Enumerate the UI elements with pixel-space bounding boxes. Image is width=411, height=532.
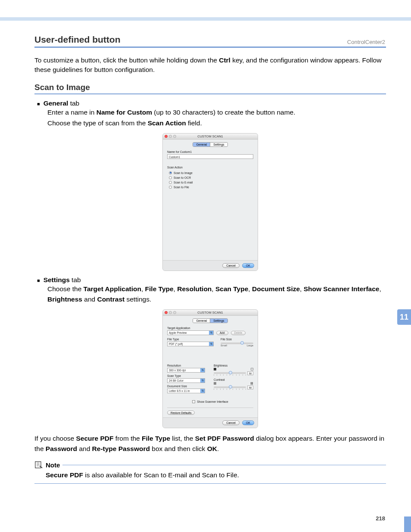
- file-type-bold: File Type: [142, 435, 170, 442]
- chevron-updown-icon: ⇅: [200, 368, 205, 372]
- select-target-application[interactable]: Apple Preview⇅: [167, 330, 214, 335]
- screenshot-general-tab: CUSTOM SCAN1 General Settings Name for C…: [34, 133, 386, 271]
- text: box and then click: [150, 445, 207, 452]
- radio-label: Scan to Image: [174, 171, 193, 174]
- text: list, the: [170, 435, 195, 442]
- text: field.: [186, 119, 202, 127]
- radio-scan-to-email[interactable]: Scan to E-mail: [167, 181, 253, 184]
- file-type-bold: File Type: [145, 285, 174, 292]
- ok-button[interactable]: OK: [242, 420, 254, 425]
- chevron-updown-icon: ⇅: [200, 389, 205, 393]
- checkbox-label: Show Scanner Interface: [197, 400, 228, 403]
- section1-paragraph: To customize a button, click the button …: [34, 56, 386, 75]
- target-application-bold: Target Application: [84, 285, 141, 292]
- dialog-title: CUSTOM SCAN1: [163, 134, 258, 138]
- retype-password-bold: Re-type Password: [92, 445, 150, 452]
- chevron-updown-icon: ⇅: [209, 342, 213, 346]
- scan-action-bold: Scan Action: [148, 119, 186, 127]
- text: If you choose: [34, 435, 76, 442]
- text-large: Large: [247, 344, 253, 347]
- select-document-size[interactable]: Letter 8.5 x 11 in⇅: [167, 389, 205, 393]
- slider-file-size[interactable]: [221, 342, 253, 344]
- text: Choose the: [47, 285, 84, 292]
- value-brightness[interactable]: 50: [247, 371, 253, 375]
- note-label: Note: [46, 461, 60, 469]
- restore-defaults-button[interactable]: Restore Defaults: [167, 411, 195, 415]
- text: To customize a button, click the button …: [34, 56, 219, 64]
- radio-label: Scan to OCR: [174, 176, 191, 179]
- section-heading-scan-to-image: Scan to Image: [34, 83, 386, 94]
- high-contrast-icon: [251, 382, 253, 385]
- slider-brightness[interactable]: [214, 372, 246, 374]
- checkbox-show-scanner-interface[interactable]: Show Scanner Interface: [192, 400, 228, 403]
- ok-button[interactable]: OK: [242, 263, 254, 268]
- note-block: Note Secure PDF is also available for Sc…: [34, 461, 386, 484]
- delete-button[interactable]: Delete: [231, 331, 246, 335]
- select-value: Apple Preview: [169, 330, 187, 335]
- radio-scan-to-file[interactable]: Scan to File: [167, 186, 253, 189]
- label-target-application: Target Application: [167, 327, 253, 330]
- select-value: 300 x 300 dpi: [169, 368, 186, 373]
- select-resolution[interactable]: 300 x 300 dpi⇅: [167, 368, 205, 373]
- screenshot-settings-tab: CUSTOM SCAN1 General Settings Target App…: [34, 309, 386, 428]
- tab-general[interactable]: General: [193, 143, 210, 146]
- light-icon: [251, 368, 253, 370]
- chapter-tab: 11: [397, 309, 411, 325]
- name-for-custom-bold: Name for Custom: [97, 109, 152, 116]
- label-resolution: Resolution: [167, 364, 207, 367]
- label-brightness: Brightness: [214, 364, 253, 367]
- label-document-size: Document Size: [167, 385, 207, 388]
- radio-scan-to-image[interactable]: Scan to Image: [167, 171, 253, 174]
- ctrl-key-bold: Ctrl: [219, 56, 230, 64]
- text: ,: [212, 285, 215, 292]
- show-scanner-interface-bold: Show Scanner Interface: [304, 285, 380, 292]
- text: and: [82, 296, 97, 303]
- radio-label: Scan to File: [174, 186, 189, 189]
- slider-contrast[interactable]: [214, 386, 246, 388]
- select-value: PDF (*.pdf): [169, 342, 183, 346]
- bullet-square-icon: ■: [37, 278, 40, 283]
- dialog-title: CUSTOM SCAN1: [163, 311, 258, 314]
- brightness-bold: Brightness: [47, 296, 82, 303]
- contrast-bold: Contrast: [97, 296, 125, 303]
- bullet-square-icon: ■: [37, 101, 40, 106]
- text: .: [217, 445, 219, 452]
- tab-settings[interactable]: Settings: [210, 143, 227, 146]
- cancel-button[interactable]: Cancel: [222, 420, 240, 425]
- add-button[interactable]: Add: [216, 331, 228, 335]
- set-pdf-password-bold: Set PDF Password: [195, 435, 254, 442]
- note-icon: [34, 461, 43, 469]
- scan-type-bold: Scan Type: [215, 285, 248, 292]
- corner-accent: [404, 516, 411, 532]
- secure-pdf-paragraph: If you choose Secure PDF from the File T…: [34, 433, 386, 454]
- svg-rect-0: [35, 462, 41, 468]
- text: tab: [70, 276, 81, 283]
- page-content: User-defined button To customize a butto…: [34, 34, 386, 484]
- chevron-updown-icon: ⇅: [209, 331, 213, 335]
- text: ,: [248, 285, 252, 292]
- tab-switcher[interactable]: General Settings: [193, 318, 227, 323]
- tab-switcher[interactable]: General Settings: [193, 142, 227, 147]
- resolution-bold: Resolution: [177, 285, 212, 292]
- value-contrast[interactable]: 50: [247, 386, 253, 389]
- text: tab: [68, 100, 79, 107]
- tab-general[interactable]: General: [193, 319, 210, 323]
- select-file-type[interactable]: PDF (*.pdf)⇅: [167, 342, 214, 346]
- page-number: 218: [376, 515, 385, 522]
- text: is also available for Scan to E-mail and…: [83, 471, 239, 479]
- settings-bold: Settings: [44, 276, 70, 283]
- label-contrast: Contrast: [214, 378, 253, 381]
- text: from the: [114, 435, 142, 442]
- text: settings.: [125, 296, 151, 303]
- general-bold: General: [44, 100, 68, 107]
- radio-label: Scan to E-mail: [174, 181, 193, 184]
- select-scan-type[interactable]: 24 Bit Color⇅: [167, 378, 205, 383]
- select-value: Letter 8.5 x 11 in: [169, 389, 190, 393]
- tab-settings[interactable]: Settings: [210, 319, 227, 323]
- input-name-for-custom[interactable]: Custom1: [167, 154, 253, 159]
- cancel-button[interactable]: Cancel: [222, 263, 240, 268]
- password-bold: Password: [46, 445, 77, 452]
- radio-scan-to-ocr[interactable]: Scan to OCR: [167, 176, 253, 179]
- label-scan-action: Scan Action: [167, 166, 253, 169]
- label-scan-type: Scan Type: [167, 374, 207, 377]
